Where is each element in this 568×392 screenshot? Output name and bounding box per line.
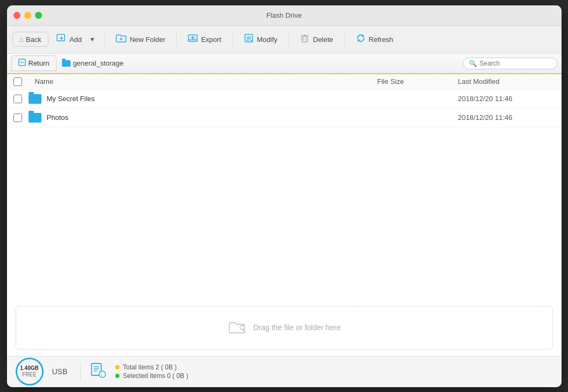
file-modified-2: 2018/12/20 11:46 bbox=[458, 113, 555, 122]
total-items-dot bbox=[115, 365, 120, 369]
folder-icon-2 bbox=[29, 113, 41, 123]
modify-label: Modify bbox=[257, 35, 277, 44]
separator-5 bbox=[344, 31, 345, 48]
row-checkbox-1[interactable] bbox=[13, 95, 22, 103]
separator-4 bbox=[288, 31, 289, 48]
search-icon: 🔍 bbox=[469, 60, 477, 67]
return-button[interactable]: Return bbox=[11, 55, 57, 71]
add-button[interactable]: Add bbox=[52, 30, 86, 49]
export-button[interactable]: Export bbox=[182, 30, 227, 49]
file-name-2: Photos bbox=[47, 113, 377, 122]
back-button[interactable]: ⌂ Back bbox=[12, 32, 48, 47]
select-all-checkbox[interactable] bbox=[13, 77, 22, 86]
storage-size: 1.40GB bbox=[20, 365, 38, 372]
svg-point-26 bbox=[99, 371, 106, 377]
window-title: Flash Drive bbox=[267, 11, 302, 19]
search-input[interactable] bbox=[480, 60, 551, 67]
selected-items-label: Selected items 0 ( 0B ) bbox=[123, 372, 188, 380]
file-area: Name File Size Last Modified My Secret F… bbox=[7, 74, 562, 356]
modify-button[interactable]: Modify bbox=[238, 30, 283, 49]
toolbar: ⌂ Back Add ▼ bbox=[7, 26, 562, 54]
drop-zone[interactable]: Drag the file or folder here bbox=[16, 306, 553, 350]
separator-3 bbox=[232, 31, 233, 48]
new-folder-label: New Folder bbox=[130, 35, 165, 44]
minimize-button[interactable] bbox=[24, 12, 31, 19]
add-label: Add bbox=[69, 35, 82, 44]
name-column-header: Name bbox=[35, 77, 377, 85]
file-stats: Total items 2 ( 0B ) Selected items 0 ( … bbox=[115, 364, 188, 380]
refresh-icon bbox=[355, 33, 366, 46]
add-dropdown-button[interactable]: ▼ bbox=[86, 30, 99, 49]
separator-2 bbox=[176, 31, 177, 48]
modify-icon bbox=[243, 33, 254, 46]
table-row[interactable]: Photos 2018/12/20 11:46 bbox=[7, 109, 562, 127]
return-icon bbox=[18, 59, 26, 68]
svg-text:i: i bbox=[101, 372, 102, 377]
selected-items-row: Selected items 0 ( 0B ) bbox=[115, 372, 188, 380]
new-folder-icon bbox=[115, 33, 127, 46]
search-box[interactable]: 🔍 bbox=[463, 58, 557, 69]
file-name-1: My Secret Files bbox=[47, 95, 377, 103]
status-divider bbox=[80, 362, 81, 381]
total-items-row: Total items 2 ( 0B ) bbox=[115, 364, 188, 371]
title-bar: Flash Drive bbox=[7, 5, 562, 26]
folder-icon bbox=[62, 60, 71, 67]
refresh-label: Refresh bbox=[369, 35, 394, 44]
export-label: Export bbox=[201, 35, 221, 44]
close-button[interactable] bbox=[13, 12, 20, 19]
drop-icon bbox=[227, 317, 247, 338]
file-list-header: Name File Size Last Modified bbox=[7, 74, 562, 90]
usb-label: USB bbox=[52, 367, 68, 376]
row-checkbox-2[interactable] bbox=[13, 113, 22, 122]
breadcrumb[interactable]: general_storage bbox=[62, 59, 124, 67]
back-label: Back bbox=[26, 35, 41, 44]
separator-1 bbox=[104, 31, 104, 48]
svg-rect-0 bbox=[57, 34, 65, 41]
breadcrumb-folder-name: general_storage bbox=[73, 59, 124, 67]
file-stats-icon: i bbox=[89, 361, 107, 382]
export-icon bbox=[187, 33, 198, 46]
status-bar: 1.40GB FREE USB i Total items 2 ( 0B ) S… bbox=[7, 356, 562, 387]
total-items-label: Total items 2 ( 0B ) bbox=[123, 364, 177, 371]
traffic-lights bbox=[13, 12, 42, 19]
new-folder-button[interactable]: New Folder bbox=[110, 30, 171, 49]
drop-zone-label: Drag the file or folder here bbox=[253, 323, 341, 332]
nav-bar: Return general_storage 🔍 bbox=[7, 54, 562, 74]
delete-icon bbox=[299, 33, 310, 46]
file-list: My Secret Files 2018/12/20 11:46 Photos … bbox=[7, 90, 562, 300]
back-icon: ⌂ bbox=[19, 35, 24, 44]
add-icon bbox=[56, 33, 67, 46]
modified-column-header: Last Modified bbox=[458, 77, 555, 85]
folder-icon-1 bbox=[29, 94, 41, 104]
storage-label: FREE bbox=[22, 372, 37, 378]
selected-items-dot bbox=[115, 374, 120, 378]
table-row[interactable]: My Secret Files 2018/12/20 11:46 bbox=[7, 90, 562, 109]
return-label: Return bbox=[29, 59, 50, 67]
refresh-button[interactable]: Refresh bbox=[350, 30, 399, 49]
add-button-group: Add ▼ bbox=[52, 30, 99, 49]
storage-indicator: 1.40GB FREE bbox=[16, 358, 44, 386]
delete-label: Delete bbox=[313, 35, 333, 44]
size-column-header: File Size bbox=[377, 77, 458, 85]
delete-button[interactable]: Delete bbox=[294, 30, 339, 49]
svg-rect-13 bbox=[302, 36, 307, 42]
file-modified-1: 2018/12/20 11:46 bbox=[458, 95, 555, 103]
maximize-button[interactable] bbox=[35, 12, 42, 19]
main-window: Flash Drive ⌂ Back Add ▼ bbox=[7, 5, 562, 387]
